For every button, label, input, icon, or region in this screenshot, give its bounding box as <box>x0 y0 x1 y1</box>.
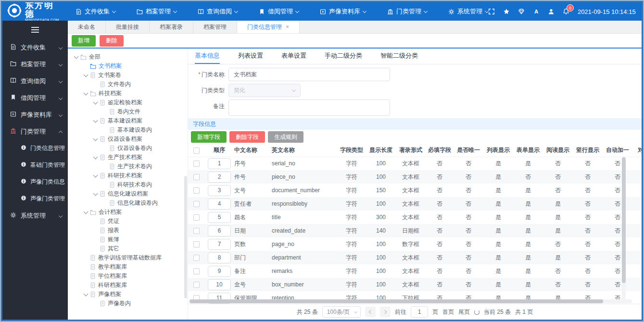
sidebar-item-query-borrow[interactable]: 查询借阅 <box>2 73 68 89</box>
tree-node-基本建设档案[interactable]: 基本建设档案 <box>68 116 188 125</box>
add-field-button[interactable]: 新增字段 <box>191 131 227 143</box>
tab-基本信息[interactable]: 基本信息 <box>195 49 220 64</box>
top-menu-borrow-manage[interactable]: 借阅管理 <box>259 7 299 16</box>
tree-node-生产技术卷内[interactable]: 生产技术卷内 <box>68 162 188 171</box>
tree-node-文书案卷[interactable]: 文书案卷 <box>68 71 188 80</box>
tree-node-学位档案库[interactable]: 学位档案库 <box>68 272 188 281</box>
order-input[interactable]: 5 <box>208 212 231 223</box>
first-page-link[interactable]: 首页 <box>442 308 454 316</box>
page-size-select[interactable]: 100条/页 <box>322 306 361 318</box>
delete-button[interactable]: 删除 <box>100 35 124 47</box>
top-menu-category-manage[interactable]: 门类管理 <box>387 7 427 16</box>
order-input[interactable]: 9 <box>208 266 231 277</box>
tree-node-科研档案库[interactable]: 科研档案库 <box>68 281 188 290</box>
sidebar-subitem-声像门类信息[interactable]: 声像门类信息 <box>2 173 68 190</box>
user-icon[interactable] <box>548 8 555 15</box>
tree-node-文件卷内[interactable]: 文件卷内 <box>68 80 188 89</box>
row-checkbox[interactable] <box>193 161 200 167</box>
tree-node-科研技术卷内[interactable]: 科研技术卷内 <box>68 180 188 189</box>
sidebar-subitem-声像门类管理[interactable]: 声像门类管理 <box>2 190 68 207</box>
top-menu-media-library[interactable]: 声像资料库 <box>320 7 366 16</box>
hamburger-button[interactable] <box>2 21 68 39</box>
row-checkbox[interactable] <box>193 228 200 234</box>
tree-scrollbar[interactable] <box>184 176 187 298</box>
goto-page-input[interactable] <box>411 306 428 318</box>
row-checkbox[interactable] <box>193 187 200 194</box>
sidebar-subitem-门类信息管理[interactable]: 门类信息管理 <box>2 140 68 157</box>
tree-node-声像卷内[interactable]: 声像卷内 <box>68 299 188 308</box>
select-all-checkbox[interactable] <box>193 148 200 154</box>
table-horizontal-scrollbar[interactable] <box>189 299 632 303</box>
tree-node-全部[interactable]: 全部 <box>68 52 188 62</box>
bell-icon[interactable]: 0 <box>563 8 569 15</box>
sidebar-item-archive-manage[interactable]: 档案管理 <box>2 56 68 73</box>
top-menu-system-manage[interactable]: 系统管理 <box>448 7 488 16</box>
fullscreen-icon[interactable] <box>488 8 495 15</box>
order-input[interactable]: 8 <box>208 252 231 263</box>
tab-表单设置[interactable]: 表单设置 <box>281 49 306 64</box>
top-menu-query-borrow[interactable]: 查询借阅 <box>198 7 238 16</box>
window-tab-未命名[interactable]: 未命名 <box>68 21 106 33</box>
tree-node-教学训练管理基础数据库[interactable]: 教学训练管理基础数据库 <box>68 253 188 262</box>
tree-node-科技档案[interactable]: 科技档案 <box>68 89 188 98</box>
tree-node-教学档案库[interactable]: 教学档案库 <box>68 262 188 272</box>
generate-rule-button[interactable]: 生成规则 <box>268 131 303 143</box>
tree-node-仪器设备卷内[interactable]: 仪器设备卷内 <box>68 144 188 153</box>
tree-node-基本建设卷内[interactable]: 基本建设卷内 <box>68 125 188 135</box>
top-menu-archive-manage[interactable]: 档案管理 <box>137 7 177 16</box>
tree-node-凭证[interactable]: 凭证 <box>68 217 188 226</box>
tree-node-科研技术档案[interactable]: 科研技术档案 <box>68 171 188 180</box>
category-type-select[interactable]: 简化 <box>228 84 301 97</box>
add-button[interactable]: 新增 <box>72 35 96 47</box>
tree-node-账簿[interactable]: 账簿 <box>68 235 188 244</box>
row-checkbox[interactable] <box>193 255 200 261</box>
order-input[interactable]: 2 <box>208 172 231 183</box>
remark-textarea[interactable] <box>228 99 390 116</box>
sidebar-item-system-manage[interactable]: 系统管理 <box>2 207 68 224</box>
order-input[interactable]: 6 <box>208 225 231 236</box>
category-name-input[interactable] <box>228 68 390 81</box>
row-checkbox[interactable] <box>193 268 200 274</box>
sidebar-item-file-collect[interactable]: 文件收集 <box>2 39 68 56</box>
tree-node-声像档案[interactable]: 声像档案 <box>68 290 188 299</box>
sidebar-item-category-manage[interactable]: 门类管理 <box>2 123 68 140</box>
top-menu-file-collect[interactable]: 文件收集 <box>76 7 115 16</box>
table-vertical-scrollbar[interactable] <box>622 157 626 301</box>
font-icon[interactable]: A <box>533 8 540 15</box>
order-input[interactable]: 4 <box>208 198 231 210</box>
sidebar-item-borrow-manage[interactable]: 借阅管理 <box>2 89 68 106</box>
window-tab-档案管理[interactable]: 档案管理 <box>193 21 237 33</box>
order-input[interactable]: 7 <box>208 239 231 250</box>
refresh-icon[interactable] <box>474 310 480 315</box>
last-page-link[interactable]: 尾页 <box>458 308 470 316</box>
next-page-button[interactable] <box>380 307 391 317</box>
prev-page-button[interactable] <box>365 307 376 317</box>
window-tab-批量挂接[interactable]: 批量挂接 <box>106 21 150 33</box>
tree-node-生产技术档案[interactable]: 生产技术档案 <box>68 153 188 162</box>
tree-node-报表[interactable]: 报表 <box>68 226 188 235</box>
tree-node-信息化建设卷内[interactable]: 信息化建设卷内 <box>68 198 188 208</box>
tree-node-卷内文件[interactable]: 卷内文件 <box>68 107 188 116</box>
row-checkbox[interactable] <box>193 241 200 248</box>
tab-智能二级分类[interactable]: 智能二级分类 <box>380 49 418 64</box>
row-checkbox[interactable] <box>193 174 200 180</box>
sidebar-subitem-基础门类管理[interactable]: 基础门类管理 <box>2 157 68 173</box>
row-checkbox[interactable] <box>193 201 200 207</box>
star-icon[interactable] <box>503 8 510 15</box>
tab-手动二级分类[interactable]: 手动二级分类 <box>325 49 362 64</box>
tree-node-仪器设备档案[interactable]: 仪器设备档案 <box>68 135 188 144</box>
order-input[interactable]: 10 <box>208 279 231 290</box>
close-icon[interactable]: × <box>286 24 289 30</box>
delete-field-button[interactable]: 删除字段 <box>229 131 265 143</box>
order-input[interactable]: 3 <box>208 185 231 196</box>
tree-node-信息化建设档案[interactable]: 信息化建设档案 <box>68 189 188 198</box>
order-input[interactable]: 1 <box>208 158 231 169</box>
row-checkbox[interactable] <box>193 214 200 221</box>
window-tab-门类信息管理[interactable]: 门类信息管理× <box>237 21 300 33</box>
tree-node-鉴定检验档案[interactable]: 鉴定检验档案 <box>68 98 188 107</box>
tab-列表设置[interactable]: 列表设置 <box>238 49 263 64</box>
tree-node-文书档案[interactable]: 文书档案 <box>68 62 188 71</box>
sidebar-item-media-library[interactable]: 声像资料库 <box>2 106 68 123</box>
gem-icon[interactable] <box>518 8 525 15</box>
tree-node-其它[interactable]: 其它 <box>68 244 188 253</box>
